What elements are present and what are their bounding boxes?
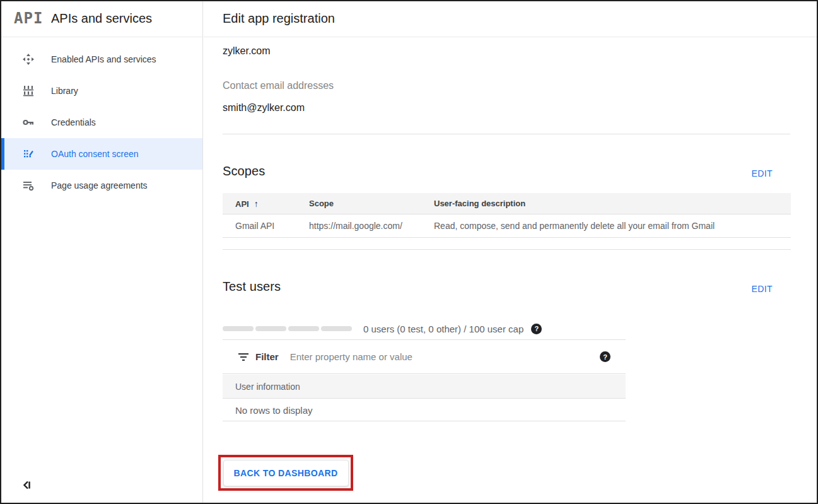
scopes-edit-button[interactable]: EDIT <box>752 168 773 179</box>
sidebar-item-label: Library <box>51 86 78 96</box>
test-users-edit-button[interactable]: EDIT <box>752 284 773 294</box>
sidebar-item-enabled-apis[interactable]: Enabled APIs and services <box>1 44 202 75</box>
sort-ascending-icon: ↑ <box>254 199 259 209</box>
scopes-col-api[interactable]: API↑ <box>223 199 296 209</box>
filter-label: Filter <box>255 351 279 362</box>
scope-description-cell: Read, compose, send and permanently dele… <box>421 221 791 231</box>
scopes-section-title: Scopes <box>223 164 265 179</box>
section-divider <box>223 134 790 134</box>
sidebar-item-library[interactable]: Library <box>1 75 202 107</box>
sidebar-title: APIs and services <box>51 11 152 26</box>
page-title: Edit app registration <box>223 11 335 26</box>
user-information-header: User information <box>223 375 626 399</box>
help-icon[interactable]: ? <box>531 324 542 334</box>
test-users-section-title: Test users <box>223 279 281 294</box>
enabled-apis-icon <box>22 53 35 66</box>
library-icon <box>22 85 35 97</box>
progress-segment <box>321 326 352 331</box>
scopes-table: API↑ Scope User-facing description Gmail… <box>223 193 791 250</box>
authorized-domain-value: zylker.com <box>223 45 271 57</box>
contact-email-label: Contact email addresses <box>223 80 334 91</box>
user-cap-row: 0 users (0 test, 0 other) / 100 user cap… <box>223 320 626 337</box>
scopes-table-row: Gmail API https://mail.google.com/ Read,… <box>223 214 791 238</box>
filter-input[interactable] <box>290 351 600 362</box>
help-icon[interactable]: ? <box>600 351 611 362</box>
key-icon <box>22 116 35 129</box>
progress-segment <box>255 326 286 331</box>
scope-api-cell: Gmail API <box>223 221 296 231</box>
annotation-highlight-box: BACK TO DASHBOARD <box>218 455 353 491</box>
user-cap-progress-bar <box>223 326 352 331</box>
scope-url-cell: https://mail.google.com/ <box>296 221 421 231</box>
scopes-table-header-row: API↑ Scope User-facing description <box>223 193 791 214</box>
progress-segment <box>223 326 254 331</box>
sidebar-item-label: OAuth consent screen <box>51 149 139 159</box>
scopes-col-description[interactable]: User-facing description <box>421 199 791 208</box>
sidebar-item-label: Page usage agreements <box>51 180 148 190</box>
sidebar-item-credentials[interactable]: Credentials <box>1 107 202 138</box>
page-usage-icon <box>22 179 35 192</box>
sidebar-nav: Enabled APIs and services Library <box>1 44 202 201</box>
contact-email-value: smith@zylker.com <box>223 102 305 114</box>
sidebar-item-oauth-consent-screen[interactable]: OAuth consent screen <box>1 138 202 170</box>
sidebar-item-label: Enabled APIs and services <box>51 54 156 64</box>
app-window: API APIs and services Enab <box>0 0 818 504</box>
sidebar-item-label: Credentials <box>51 117 96 127</box>
filter-icon <box>238 353 249 361</box>
main-header: Edit app registration <box>204 1 817 37</box>
sidebar-item-page-usage-agreements[interactable]: Page usage agreements <box>1 170 202 201</box>
scopes-table-footer <box>223 238 791 250</box>
sidebar-header: API APIs and services <box>1 1 202 37</box>
progress-segment <box>288 326 319 331</box>
oauth-consent-icon <box>22 148 35 160</box>
api-logo: API <box>14 9 43 27</box>
collapse-sidebar-icon[interactable] <box>19 478 34 493</box>
user-cap-text: 0 users (0 test, 0 other) / 100 user cap <box>363 324 523 334</box>
scopes-col-scope[interactable]: Scope <box>296 199 421 208</box>
sidebar: API APIs and services Enab <box>1 1 203 503</box>
filter-row: Filter ? <box>223 340 626 374</box>
back-to-dashboard-button[interactable]: BACK TO DASHBOARD <box>223 460 349 486</box>
empty-table-row: No rows to display <box>223 399 626 421</box>
